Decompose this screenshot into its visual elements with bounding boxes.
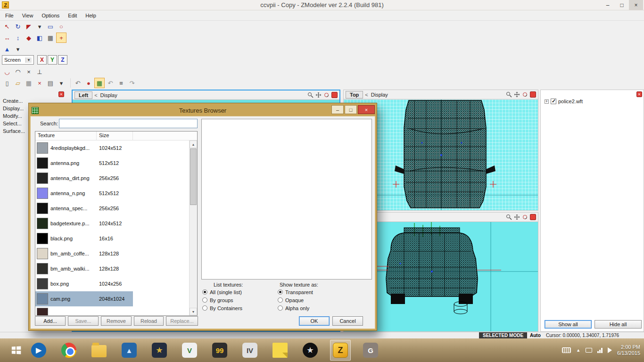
texture-row-black-png[interactable]: black.png16x16 [35, 231, 189, 246]
dialog-close-button[interactable]: × [358, 105, 375, 114]
orbit-icon[interactable] [323, 92, 330, 98]
minimize-button[interactable]: – [601, 0, 615, 10]
radio-by-groups[interactable]: By groups [202, 296, 242, 304]
radio-transparent[interactable]: Transparent [278, 288, 313, 296]
delete-button-icon[interactable]: × [34, 78, 45, 88]
menu-options[interactable]: Options [37, 11, 64, 20]
select-scale-tool-icon[interactable]: ◤ [24, 21, 34, 32]
taskbar-gta-v-icon[interactable]: V [179, 340, 200, 361]
delete-curve-tool-icon[interactable]: × [24, 66, 34, 77]
dialog-minimize-button[interactable]: – [331, 105, 344, 114]
remove-button[interactable]: Remove [101, 316, 132, 326]
volume-icon[interactable] [608, 347, 612, 353]
reload-button[interactable]: Reload [134, 316, 164, 326]
visibility-checkbox[interactable] [551, 99, 556, 104]
menu-help[interactable]: Help [81, 11, 100, 20]
material-editor-button-icon[interactable]: ● [83, 78, 94, 88]
auto-indicator[interactable]: Auto [530, 332, 541, 338]
taskbar-police-badge-app-icon[interactable]: ★ [149, 340, 170, 361]
sidebar-item-display[interactable]: Display... [2, 105, 26, 112]
textures-browser-button-icon[interactable]: ▦ [94, 78, 105, 88]
sidebar-item-select[interactable]: Select... [2, 120, 26, 127]
menu-edit[interactable]: Edit [64, 11, 81, 20]
select-quad-tool-icon[interactable]: ▭ [45, 21, 56, 32]
taskbar-star-badge-app-icon[interactable]: ★ [300, 340, 321, 361]
taskbar-photo-viewer-icon[interactable]: ▲ [119, 340, 140, 361]
open-file-button-icon[interactable]: ▱ [13, 78, 23, 88]
rotate-axis-tool-icon[interactable]: ↕ [13, 33, 23, 43]
cancel-button[interactable]: Cancel [332, 316, 363, 326]
replace-button[interactable]: Replace... [166, 316, 198, 326]
texture-row[interactable] [35, 306, 189, 315]
texture-row-cam-png[interactable]: cam.png2048x1024 [35, 291, 189, 306]
taskbar-clock[interactable]: 2:00 PM 6/13/2015 [617, 344, 640, 356]
viewport-top-label[interactable]: Top [346, 91, 363, 99]
ok-button[interactable]: OK [299, 316, 330, 326]
pan-icon[interactable] [514, 214, 520, 220]
menu-view[interactable]: View [18, 11, 38, 20]
column-header-texture[interactable]: Texture [35, 132, 97, 140]
radio-alpha-only[interactable]: Alpha only [278, 304, 313, 312]
orbit-icon[interactable] [522, 214, 528, 220]
taskbar-media-player-icon[interactable]: ▶ [28, 340, 49, 361]
scroll-down-icon[interactable]: ▼ [190, 308, 197, 315]
texture-row-antenna-png[interactable]: antenna.png512x512 [35, 156, 189, 171]
add-button[interactable]: Add... [35, 316, 66, 326]
show-hidden-icons-chevron[interactable]: ▲ [576, 348, 580, 353]
network-icon[interactable] [597, 348, 603, 353]
taskbar-zmodeler-icon[interactable]: Z [330, 340, 351, 361]
save-file-button-icon[interactable]: ▦ [24, 78, 34, 88]
weld-tool-icon[interactable]: ⊥ [34, 66, 45, 77]
viewport-maximize-icon[interactable] [331, 92, 338, 98]
radio-opaque[interactable]: Opaque [278, 296, 313, 304]
texture-row-4redisplaybkgd[interactable]: 4redisplaybkgd...1024x512 [35, 140, 189, 156]
start-button[interactable] [5, 338, 27, 362]
save-button[interactable]: Save... [68, 316, 99, 326]
close-button[interactable]: × [629, 0, 643, 10]
import-button-icon[interactable]: ▤ [45, 78, 56, 88]
spline-tool-icon[interactable]: ◠ [13, 66, 23, 77]
radio-by-containers[interactable]: By Containers [202, 304, 242, 312]
hide-all-button[interactable]: Hide all [594, 320, 642, 329]
select-rotate-tool-icon[interactable]: ↻ [13, 21, 23, 32]
viewport-nav-icon[interactable]: < [365, 92, 368, 98]
radio-all-single-list[interactable]: All (single list) [202, 288, 242, 296]
column-header-size[interactable]: Size [97, 132, 133, 140]
sidebar-item-modify[interactable]: Modify... [2, 112, 26, 120]
scrollbar-thumb[interactable] [190, 148, 197, 205]
taskbar-sticky-notes-icon[interactable] [270, 340, 290, 361]
new-file-button-icon[interactable]: ▯ [2, 78, 12, 88]
texture-row-bm-amb-coffe[interactable]: bm_amb_coffe...128x128 [35, 246, 189, 261]
taskbar-gimp-icon[interactable]: G [360, 340, 381, 361]
axes-lock-tool-icon[interactable]: + [56, 33, 66, 43]
viewport-left-mode[interactable]: Display [100, 92, 117, 98]
redo-button-icon[interactable]: ↷ [127, 78, 137, 88]
menu-file[interactable]: File [1, 11, 18, 20]
viewport-left-label[interactable]: Left [74, 91, 92, 99]
snap-grid-tool-icon[interactable]: ▦ [45, 33, 56, 43]
tree-expander-icon[interactable]: + [545, 99, 549, 104]
history-button-icon[interactable]: ↶ [73, 78, 83, 88]
zoom-icon[interactable] [506, 91, 512, 98]
curve-tool-icon[interactable]: ◡ [2, 66, 12, 77]
texture-row-bm-amb-walki[interactable]: bm_amb_walki...128x128 [35, 261, 189, 276]
viewport-top-mode[interactable]: Display [371, 92, 388, 98]
tree-item-police2[interactable]: + police2.wft [545, 99, 583, 104]
panel-close-icon[interactable]: × [636, 91, 642, 97]
taskbar-gta-iv-icon[interactable]: IV [239, 340, 260, 361]
sidebar-item-create[interactable]: Create... [2, 97, 26, 105]
texture-row-antenna-spec[interactable]: antenna_spec...256x256 [35, 201, 189, 216]
dialog-title-bar[interactable]: Textures Browser – □ × [30, 105, 375, 116]
texture-row-badgetexture-p[interactable]: badgetexture.p...1024x512 [35, 216, 189, 231]
script-list-button-icon[interactable]: ≡ [116, 78, 126, 88]
move-axis-tool-icon[interactable]: ↔ [2, 33, 12, 43]
panel-close-icon[interactable]: × [58, 91, 64, 97]
taskbar-chrome-icon[interactable] [58, 340, 79, 361]
orbit-icon[interactable] [522, 91, 528, 98]
mirror-tool-icon[interactable]: ◧ [34, 33, 45, 43]
texture-row-box-png[interactable]: box.png1024x256 [35, 276, 189, 291]
zoom-icon[interactable] [307, 92, 314, 98]
texture-row-antenna-n-png[interactable]: antenna_n.png512x512 [35, 186, 189, 201]
primitive-dropdown-icon[interactable]: ▾ [13, 44, 23, 54]
viewport-maximize-icon[interactable] [530, 214, 536, 220]
